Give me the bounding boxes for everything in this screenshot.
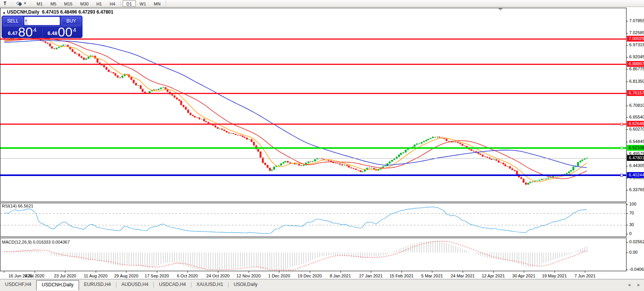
top-toolbar: T ▼ M1M5M15M30H1H4D1W1MN — [0, 0, 644, 7]
date-axis-tick — [432, 271, 432, 273]
date-axis-tick — [340, 271, 341, 273]
price-level-label-6.76157: 6.76157 — [627, 90, 644, 96]
date-axis-tick — [371, 271, 371, 273]
date-axis-tick — [4, 271, 4, 273]
rsi-label: RSI(14) 66.5621 — [2, 204, 33, 208]
timeframe-button-d1[interactable]: D1 — [123, 0, 136, 7]
price-axis-label: 7.07855 — [629, 18, 644, 23]
timeframe-button-m30[interactable]: M30 — [76, 0, 92, 7]
line-drag-handle[interactable] — [620, 174, 623, 177]
tab-scroll-left-icon[interactable]: ◄ — [627, 282, 631, 287]
tab-usdcad-h4[interactable]: USDCAD,H4 — [154, 280, 191, 289]
rsi-chart-canvas[interactable] — [0, 203, 626, 237]
tab-usdcnh-daily[interactable]: USDCNH,Daily — [36, 280, 79, 290]
candlestick-chart-canvas[interactable] — [0, 8, 626, 202]
date-axis-tick — [126, 271, 126, 273]
price-axis-label: 6.54845 — [629, 139, 644, 144]
tab-usoil-daily[interactable]: USOil,Daily — [228, 280, 262, 289]
macd-chart-canvas[interactable] — [0, 238, 626, 271]
volume-input[interactable] — [28, 17, 60, 25]
price-axis-label: 7.02585 — [629, 30, 644, 35]
level-line-6.62646[interactable] — [0, 124, 626, 125]
timeframe-button-w1[interactable]: W1 — [136, 0, 150, 7]
chart-title: ▲USDCNH,Daily 6.47415 6.48496 6.47293 6.… — [2, 9, 113, 15]
price-level-label-6.40244: 6.40244 — [627, 172, 644, 178]
price-axis-tick — [626, 154, 628, 154]
tab-scroll-right-icon[interactable]: ► — [637, 282, 641, 287]
price-level-label-6.62646: 6.62646 — [627, 121, 644, 127]
sell-button[interactable]: SELL — [3, 17, 23, 25]
price-level-label-7.00029: 7.00029 — [627, 36, 644, 42]
chevron-down-icon[interactable]: ▼ — [23, 2, 26, 5]
toolbar-separator — [121, 0, 121, 6]
date-axis-tick — [402, 271, 402, 273]
price-axis-label: 6.44305 — [629, 163, 644, 168]
text-tool-button[interactable]: T — [0, 0, 10, 7]
date-axis-tick — [279, 271, 279, 273]
volume-decrease-button[interactable]: ▼ — [25, 17, 28, 25]
price-axis-label: 6.65540 — [629, 115, 644, 119]
level-line-6.52108[interactable] — [0, 147, 626, 149]
tab-scroll-buttons: ◄ ► — [627, 282, 641, 287]
level-line-6.88897[interactable] — [0, 64, 626, 65]
chart-shift-marker[interactable] — [498, 8, 503, 10]
price-axis-tick — [626, 190, 628, 190]
level-line-6.40244[interactable] — [0, 174, 626, 176]
price-axis-label: 6.33765 — [629, 187, 644, 192]
tab-eurusd-h4[interactable]: EURUSD,H4 — [79, 280, 116, 289]
date-axis-tick — [524, 271, 524, 273]
line-drag-handle[interactable] — [620, 147, 623, 150]
timeframe-button-h1[interactable]: H1 — [93, 0, 106, 7]
timeframe-button-mn[interactable]: MN — [150, 0, 164, 7]
date-axis-tick — [188, 271, 188, 273]
date-axis-tick — [555, 271, 555, 273]
macd-axis-tick — [626, 253, 628, 253]
macd-axis-label: 0.00 — [629, 250, 637, 254]
level-line-7.00029[interactable] — [0, 38, 626, 40]
styles-icon[interactable] — [16, 1, 23, 6]
timeframe-button-h4[interactable]: H4 — [106, 0, 119, 7]
line-drag-handle[interactable] — [620, 123, 623, 125]
sell-price[interactable]: 6.47 80 4 — [3, 26, 42, 38]
sell-price-prefix: 6.47 — [8, 30, 18, 36]
macd-axis-label: 0.025623 — [629, 239, 644, 244]
price-axis-label: 6.60270 — [629, 127, 644, 131]
date-axis-tick — [463, 271, 463, 273]
price-axis-tick — [626, 69, 628, 70]
timeframe-button-m15[interactable]: M15 — [60, 0, 76, 7]
rsi-axis-label: 70 — [629, 211, 634, 215]
tab-xauusd-h1[interactable]: XAUUSD,H1 — [191, 280, 228, 289]
timeframe-button-m1[interactable]: M1 — [33, 0, 46, 7]
buy-price[interactable]: 6.48 00 4 — [42, 26, 81, 38]
tab-audusd-h4[interactable]: AUDUSD,H4 — [116, 280, 153, 289]
price-axis-tick — [626, 45, 628, 45]
macd-axis-tick — [626, 242, 628, 242]
one-click-collapse-icon[interactable]: ▲ — [2, 10, 6, 14]
date-axis-tick — [157, 271, 157, 273]
price-axis-tick — [626, 82, 628, 82]
macd-axis-label: -0.040687 — [629, 267, 644, 272]
toolbar-separator — [166, 1, 166, 6]
price-axis-label: 6.97315 — [629, 42, 644, 47]
level-line-6.76157[interactable] — [0, 93, 626, 94]
price-axis-tick — [626, 21, 628, 21]
tab-usdchf-h4[interactable]: USDCHF,H4 — [0, 280, 36, 289]
date-axis-tick — [35, 271, 35, 273]
current-price-line[interactable] — [0, 158, 626, 159]
rsi-axis-tick — [626, 234, 628, 234]
price-axis-tick — [626, 106, 628, 106]
timeframe-button-m5[interactable]: M5 — [47, 0, 60, 7]
buy-button[interactable]: BUY — [61, 17, 81, 25]
buy-price-prefix: 6.48 — [47, 30, 57, 36]
rsi-axis-tick — [626, 225, 628, 225]
rsi-axis-label: 100 — [629, 202, 636, 206]
rsi-axis-tick — [626, 204, 628, 205]
date-axis[interactable]: 16 Jun 20204 Jul 202023 Jul 202011 Aug 2… — [0, 271, 644, 279]
price-axis-label: 6.92045 — [629, 54, 644, 59]
date-axis-tick — [493, 271, 494, 273]
rsi-axis-label: 0 — [629, 231, 632, 236]
chart-symbol-label: USDCNH,Daily — [7, 9, 39, 15]
price-axis-tick — [626, 166, 628, 166]
macd-panel — [0, 238, 626, 271]
price-level-label-6.52108: 6.52108 — [627, 145, 644, 151]
